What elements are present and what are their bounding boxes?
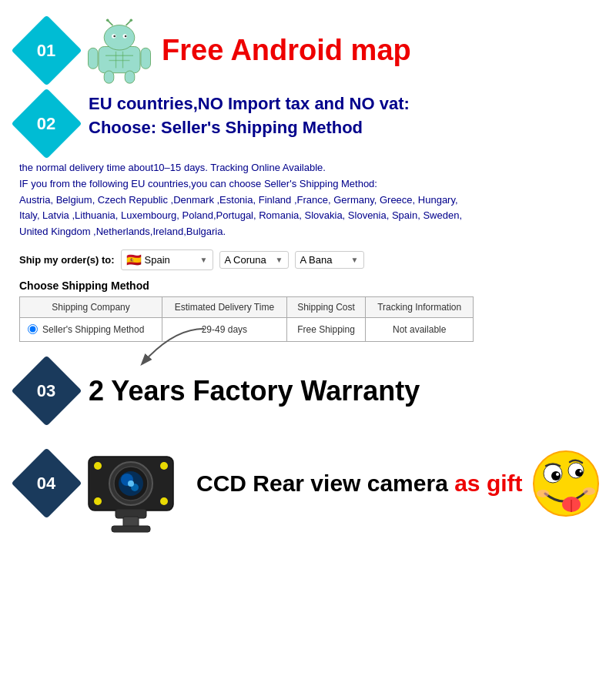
svg-point-7 — [106, 19, 109, 22]
badge-03: 03 — [15, 360, 77, 422]
section-02-line1: EU countries,NO Import tax and NO vat: — [89, 94, 410, 113]
choose-shipping-section: Choose Shipping Method Shipping Company … — [15, 280, 601, 345]
svg-rect-11 — [141, 48, 151, 69]
col-header-delivery: Estimated Delivery Time — [162, 296, 287, 317]
city1-select[interactable]: A Coruna ▼ — [219, 251, 289, 269]
shipping-radio[interactable] — [28, 324, 38, 334]
cell-cost: Free Shipping — [286, 317, 366, 341]
section-04-text-normal: CCD Rear view camera — [196, 470, 454, 496]
spain-flag: 🇪🇸 — [126, 253, 142, 267]
city2-select[interactable]: A Bana ▼ — [295, 251, 364, 269]
svg-rect-10 — [89, 48, 99, 69]
camera-image — [81, 434, 189, 534]
emoji-face — [531, 449, 601, 518]
section-04: 04 — [15, 434, 601, 534]
cell-delivery: 29-49 days — [162, 317, 287, 341]
col-header-tracking: Tracking Information — [366, 296, 474, 317]
svg-point-4 — [113, 35, 116, 38]
cell-company: Seller's Shipping Method — [20, 317, 162, 341]
svg-point-42 — [583, 487, 595, 495]
city1-dropdown-arrow: ▼ — [276, 256, 283, 264]
info-line-3: Austria, Belgium, Czech Republic ,Denmar… — [19, 192, 597, 209]
ship-to-row: Ship my order(s) to: 🇪🇸 Spain ▼ A Coruna… — [15, 249, 601, 270]
svg-point-34 — [551, 471, 561, 480]
cell-tracking: Not available — [366, 317, 474, 341]
svg-point-5 — [125, 35, 127, 38]
section-01: 01 — [15, 15, 601, 85]
city1-value: A Coruna — [225, 254, 273, 266]
city2-value: A Bana — [300, 254, 348, 266]
col-header-company: Shipping Company — [20, 296, 162, 317]
section-04-title: CCD Rear view camera as gift — [196, 470, 531, 497]
svg-point-28 — [160, 497, 168, 505]
section-04-text-red: as gift — [454, 470, 522, 496]
section-02: 02 EU countries,NO Import tax and NO vat… — [15, 92, 601, 154]
svg-rect-12 — [104, 71, 114, 83]
info-text: the normal delivery time about10–15 days… — [15, 160, 601, 240]
badge-01: 01 — [15, 19, 77, 81]
company-name: Seller's Shipping Method — [42, 324, 144, 335]
shipping-table: Shipping Company Estimated Delivery Time… — [19, 296, 474, 342]
android-icon — [85, 15, 154, 85]
info-line-1: the normal delivery time about10–15 days… — [19, 160, 597, 176]
svg-point-9 — [130, 19, 133, 22]
section-02-line2: Choose: Seller's Shipping Method — [89, 118, 363, 137]
table-row: Seller's Shipping Method 29-49 days Free… — [20, 317, 474, 341]
table-header-row: Shipping Company Estimated Delivery Time… — [20, 296, 474, 317]
info-line-5: United Kingdom ,Netherlands,Ireland,Bulg… — [19, 224, 597, 240]
annotation-container: Shipping Company Estimated Delivery Time… — [19, 296, 474, 342]
country-select[interactable]: 🇪🇸 Spain ▼ — [121, 249, 213, 270]
section-02-title: EU countries,NO Import tax and NO vat: C… — [89, 92, 410, 140]
svg-point-37 — [575, 469, 583, 477]
svg-rect-13 — [125, 71, 135, 83]
info-line-2: IF you from the following EU countries,y… — [19, 176, 597, 192]
svg-point-26 — [160, 462, 168, 470]
section-03-title: 2 Years Factory Warranty — [89, 375, 420, 407]
svg-point-1 — [104, 25, 135, 50]
col-header-cost: Shipping Cost — [286, 296, 366, 317]
country-value: Spain — [145, 254, 197, 266]
badge-04: 04 — [15, 453, 77, 514]
svg-point-41 — [537, 490, 549, 497]
badge-02: 02 — [15, 92, 77, 154]
section-02-content: EU countries,NO Import tax and NO vat: C… — [89, 92, 410, 140]
city2-dropdown-arrow: ▼ — [351, 256, 359, 264]
ship-to-label: Ship my order(s) to: — [19, 254, 115, 266]
svg-point-25 — [94, 462, 102, 470]
choose-shipping-title: Choose Shipping Method — [19, 280, 597, 292]
svg-point-35 — [556, 473, 559, 476]
country-dropdown-arrow: ▼ — [200, 256, 208, 264]
svg-point-38 — [580, 470, 582, 472]
info-line-4: Italy, Latvia ,Lithuania, Luxembourg, Po… — [19, 208, 597, 224]
svg-rect-31 — [112, 526, 150, 532]
svg-point-24 — [128, 480, 134, 487]
section-03: 03 2 Years Factory Warranty — [15, 360, 601, 422]
svg-rect-0 — [99, 47, 140, 73]
section-01-title: Free Android map — [162, 34, 411, 67]
svg-point-27 — [94, 497, 102, 505]
